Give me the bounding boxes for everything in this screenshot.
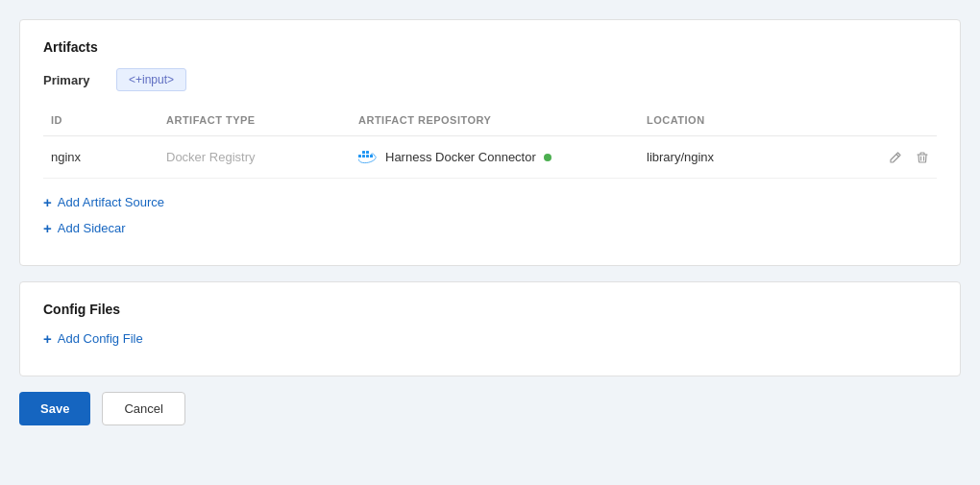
add-artifact-source-link[interactable]: + Add Artifact Source (43, 194, 937, 210)
delete-icon[interactable] (916, 151, 929, 164)
artifacts-table: ID ARTIFACT TYPE ARTIFACT REPOSITORY LOC… (43, 109, 937, 179)
row-id: nginx (43, 136, 159, 179)
artifacts-title: Artifacts (43, 39, 937, 55)
add-artifact-label: Add Artifact Source (58, 195, 164, 209)
svg-rect-4 (366, 151, 369, 154)
primary-label: Primary (43, 73, 101, 87)
add-sidecar-label: Add Sidecar (58, 221, 126, 235)
svg-rect-1 (362, 155, 365, 158)
config-files-title: Config Files (43, 302, 937, 317)
svg-rect-5 (370, 155, 373, 158)
add-sidecar-plus-icon: + (43, 220, 52, 236)
add-config-file-link[interactable]: + Add Config File (43, 330, 937, 347)
svg-rect-3 (362, 151, 365, 154)
add-config-plus-icon: + (43, 330, 52, 347)
col-header-type: ARTIFACT TYPE (159, 109, 351, 136)
config-files-section: Config Files + Add Config File (19, 281, 961, 376)
svg-rect-2 (366, 155, 369, 158)
table-header-row: ID ARTIFACT TYPE ARTIFACT REPOSITORY LOC… (43, 109, 937, 136)
col-header-repo: ARTIFACT REPOSITORY (351, 109, 639, 136)
artifacts-section: Artifacts Primary <+input> ID ARTIFACT T… (19, 19, 961, 266)
row-artifact-repo: Harness Docker Connector (351, 136, 639, 179)
col-header-location: LOCATION (639, 109, 860, 136)
col-header-id: ID (43, 109, 159, 136)
col-header-actions (860, 109, 937, 136)
cancel-button[interactable]: Cancel (102, 392, 184, 425)
status-indicator (544, 154, 551, 161)
row-location: library/nginx (639, 136, 860, 179)
table-row: nginx Docker Registry (43, 136, 937, 179)
svg-rect-0 (358, 155, 361, 158)
docker-icon (358, 151, 378, 164)
add-config-label: Add Config File (58, 331, 143, 346)
repo-name: Harness Docker Connector (385, 150, 536, 164)
primary-input-tag[interactable]: <+input> (116, 68, 186, 91)
row-artifact-type: Docker Registry (159, 136, 351, 179)
page: Artifacts Primary <+input> ID ARTIFACT T… (0, 0, 980, 485)
footer-actions: Save Cancel (19, 392, 961, 425)
save-button[interactable]: Save (19, 392, 90, 425)
add-sidecar-link[interactable]: + Add Sidecar (43, 220, 937, 236)
row-actions (860, 136, 937, 179)
edit-icon[interactable] (889, 151, 902, 164)
add-artifact-plus-icon: + (43, 194, 52, 210)
primary-row: Primary <+input> (43, 68, 937, 91)
